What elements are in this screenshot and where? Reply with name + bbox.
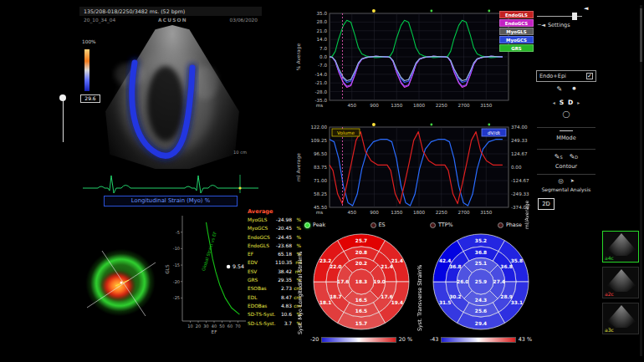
parametric-3d-model[interactable] [74, 234, 167, 331]
table-title: Average [248, 208, 301, 216]
legend-myogls[interactable]: MyoGLS [499, 28, 534, 35]
svg-text:dV/dt: dV/dt [488, 130, 501, 135]
svg-text:Volume: Volume [337, 130, 355, 135]
settings-label[interactable]: Settings [548, 22, 570, 28]
divider [537, 149, 595, 150]
exam-date: 03/06/2020 [230, 16, 258, 24]
display-mode-ttp[interactable]: TTP% [430, 222, 453, 228]
ml-average-tab[interactable]: ml/Average [524, 164, 534, 229]
svg-text:16.5: 16.5 [355, 298, 367, 303]
svg-text:35.0: 35.0 [317, 11, 328, 16]
svg-text:2700: 2700 [457, 103, 470, 108]
svg-text:50: 50 [219, 324, 224, 329]
mmode-line-icon[interactable] [560, 130, 573, 131]
svg-text:1350: 1350 [391, 103, 403, 108]
legend-endogls[interactable]: EndoGLS [499, 11, 534, 18]
legend-grs[interactable]: GRS [499, 44, 534, 52]
contour-button[interactable]: Contour [535, 163, 597, 170]
circle-tool-icon[interactable]: ◯ [535, 110, 597, 118]
view-thumbnail-a2c[interactable]: a2c [602, 267, 639, 298]
radio-dot-icon[interactable] [371, 222, 376, 228]
radio-dot-icon[interactable] [430, 222, 436, 228]
display-mode-phase[interactable]: Phase [498, 222, 522, 228]
measurement-row: EDV110.35ml [248, 258, 301, 267]
measurement-row: EndoGCS-24.45% [248, 233, 301, 242]
svg-text:18.1: 18.1 [319, 300, 331, 305]
systole-button[interactable]: S [560, 99, 564, 106]
svg-text:96.50: 96.50 [314, 151, 327, 156]
svg-text:70: 70 [235, 324, 240, 329]
svg-text:28.9: 28.9 [500, 294, 512, 299]
mode-2d-button[interactable]: 2D [538, 198, 555, 210]
measurement-value: -24.45 [275, 233, 292, 242]
svg-text:249.33: 249.33 [511, 138, 528, 143]
vendor-logo: ACUSON [158, 16, 187, 24]
svg-text:42.4: 42.4 [439, 258, 451, 263]
bullseye-icon[interactable]: ◎ [558, 177, 564, 185]
measurement-label: EndoGLS [248, 242, 275, 250]
segmental-analysis-button[interactable]: Segmental Analysis [535, 186, 597, 192]
next-frame-icon[interactable]: ▸ [577, 99, 580, 105]
measurement-row: GRS29.35% [248, 276, 301, 284]
volume-curves-chart[interactable]: 122.00109.2596.5083.7571.0058.2545.50374… [293, 120, 534, 224]
svg-text:20: 20 [196, 324, 201, 329]
svg-text:1800: 1800 [413, 103, 426, 108]
check-icon[interactable]: ✓ [586, 73, 593, 79]
radio-dot-icon[interactable] [498, 222, 503, 228]
collapse-panel-icon[interactable]: ◄ [584, 5, 588, 12]
view-thumbnail-a4c[interactable]: a4c [602, 231, 639, 263]
model-crosshair [74, 234, 167, 331]
measurement-value: 29.35 [275, 276, 292, 284]
svg-text:17.6: 17.6 [337, 279, 349, 284]
strain-mode-label: Longitudinal Strain (Myo) % [104, 196, 238, 206]
svg-text:21.4: 21.4 [391, 258, 403, 263]
caliper-line[interactable] [63, 99, 64, 142]
ultrasound-image[interactable]: 100% 29.6 10 cm [79, 24, 262, 171]
dot-icon[interactable]: ● [572, 85, 575, 93]
svg-text:900: 900 [370, 103, 379, 108]
svg-text:-25: -25 [173, 295, 180, 300]
caliper-handle[interactable] [59, 94, 66, 101]
mmode-button[interactable]: MMode [535, 135, 597, 141]
thumbnail-label: a3c [605, 327, 614, 334]
prev-frame-icon[interactable]: ◂ [553, 99, 555, 105]
legend-myogcs[interactable]: MyoGCS [499, 36, 534, 43]
pencil-icon[interactable]: ✎ [556, 85, 562, 93]
measurement-row: EndoGLS-23.68% [248, 242, 301, 250]
radio-dot-icon[interactable] [304, 222, 310, 228]
ventricle-cavity [147, 66, 184, 141]
measurement-value: -24.98 [275, 216, 292, 224]
svg-text:Global Strain vs EF: Global Strain vs EF [201, 231, 217, 272]
settings-slider-handle[interactable] [572, 13, 577, 20]
transverse-strain-bullseye[interactable]: 35.235.833.129.431.542.436.836.828.925.6… [430, 231, 532, 333]
scale-min: -43 [430, 336, 438, 343]
legend-endogcs[interactable]: EndoGCS [499, 19, 534, 27]
gls-ef-plot[interactable]: 10203040506070-5-10-15-20-25Global Strai… [162, 211, 249, 346]
measurement-label: ESOBas [248, 284, 275, 293]
view-thumbnail-a3c[interactable]: a3c [602, 303, 639, 334]
svg-text:36.8: 36.8 [475, 250, 487, 255]
settings-arrow-icon: ─◄ [538, 22, 545, 28]
display-mode-es[interactable]: ES [371, 222, 386, 228]
strain-curves-chart[interactable]: 35.028.021.014.07.00.0-7.0-14.0-21.0-28.… [293, 7, 534, 120]
measurement-label: EndoGCS [248, 233, 275, 242]
diastole-button[interactable]: D [568, 99, 573, 106]
longitudinal-strain-bullseye[interactable]: 25.721.419.415.718.123.220.821.417.616.5… [310, 231, 412, 333]
svg-text:-10: -10 [173, 246, 180, 251]
svg-text:83.75: 83.75 [314, 165, 327, 170]
settings-row[interactable]: ─◄ Settings [538, 22, 570, 28]
colorscale-gradient [321, 337, 396, 343]
svg-text:1800: 1800 [413, 210, 426, 215]
divider [537, 127, 595, 128]
svg-text:23.2: 23.2 [319, 258, 331, 263]
control-panel: ◄ ─◄ Settings Endo+Epi ✓ ✎ ● ◂ S D ▸ ◯ M… [535, 5, 601, 356]
scrollbar-thumb[interactable] [640, 8, 642, 62]
svg-text:71.00: 71.00 [314, 178, 327, 183]
contour-diastole-pencil-icon[interactable]: ✎D [570, 153, 579, 161]
pointer-icon[interactable]: ➤ [570, 177, 575, 185]
endo-epi-checkbox[interactable]: Endo+Epi ✓ [536, 70, 596, 82]
measurement-row: MyoGLS-24.98% [248, 216, 301, 224]
display-mode-peak[interactable]: Peak [304, 222, 325, 228]
contour-systole-pencil-icon[interactable]: ✎S [555, 153, 563, 161]
svg-text:29.4: 29.4 [475, 321, 487, 326]
